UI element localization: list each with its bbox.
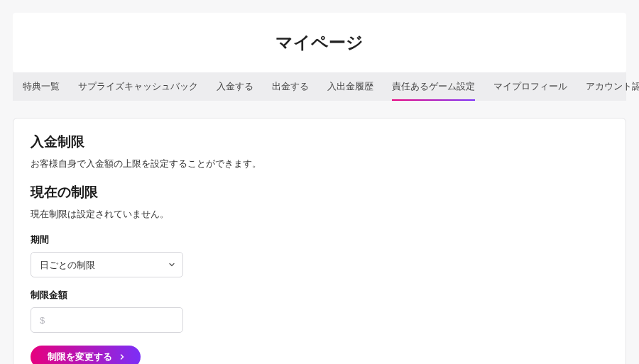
page-header: マイページ <box>13 13 626 72</box>
tab-my-profile[interactable]: マイプロフィール <box>493 72 567 101</box>
tab-transactions[interactable]: 入出金履歴 <box>327 72 373 101</box>
amount-input-wrap <box>31 307 183 333</box>
deposit-limit-heading: 入金制限 <box>31 133 608 151</box>
tab-withdraw[interactable]: 出金する <box>272 72 309 101</box>
deposit-limit-card: 入金制限 お客様自身で入金額の上限を設定することができます。 現在の制限 現在制… <box>13 118 626 364</box>
change-limit-button-label: 制限を変更する <box>48 351 112 363</box>
tab-account-verification[interactable]: アカウント認証 <box>586 72 639 101</box>
page-title: マイページ <box>13 31 626 54</box>
period-label: 期間 <box>31 233 608 246</box>
tab-deposit[interactable]: 入金する <box>217 72 253 101</box>
period-select-wrap: 日ごとの制限 <box>31 252 183 277</box>
period-select[interactable]: 日ごとの制限 <box>31 252 183 277</box>
current-limit-description: 現在制限は設定されていません。 <box>31 209 608 221</box>
change-limit-button[interactable]: 制限を変更する <box>31 346 141 364</box>
tabs-nav: 特典一覧 サプライズキャッシュバック 入金する 出金する 入出金履歴 責任あるゲ… <box>13 72 626 101</box>
tab-surprise-cashback[interactable]: サプライズキャッシュバック <box>78 72 198 101</box>
tab-benefits[interactable]: 特典一覧 <box>23 72 60 101</box>
amount-label: 制限金額 <box>31 289 608 302</box>
current-limit-heading: 現在の制限 <box>31 183 608 202</box>
tab-responsible-gaming[interactable]: 責任あるゲーム設定 <box>392 72 475 101</box>
chevron-right-icon <box>118 353 126 361</box>
deposit-limit-description: お客様自身で入金額の上限を設定することができます。 <box>31 158 608 170</box>
amount-input[interactable] <box>31 307 183 333</box>
